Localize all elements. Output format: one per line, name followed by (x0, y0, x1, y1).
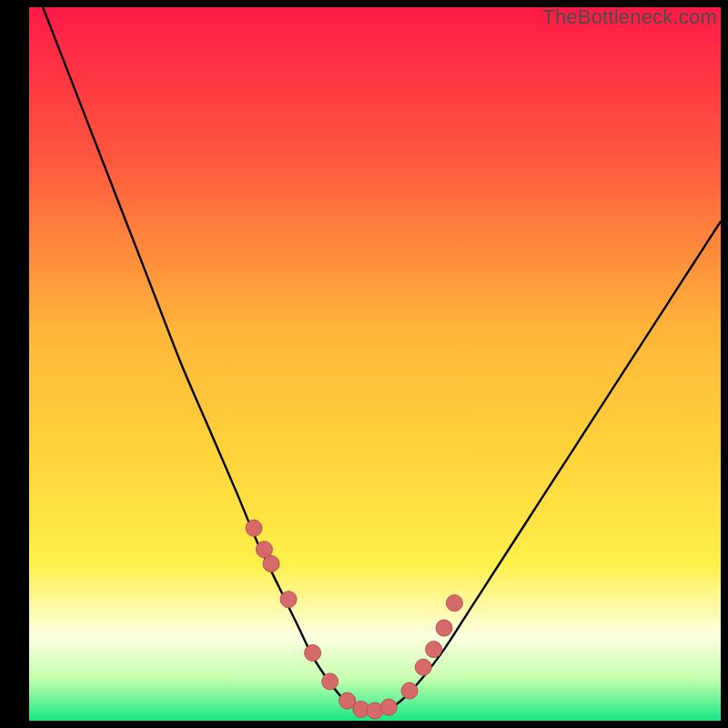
marker-dot (380, 699, 397, 715)
marker-dot (246, 520, 262, 536)
marker-dot (415, 659, 431, 675)
chart-svg (29, 7, 721, 721)
watermark-text: TheBottleneck.com (542, 5, 717, 29)
marker-dot (280, 592, 297, 608)
marker-dot (426, 642, 442, 658)
marker-dot (263, 556, 279, 572)
gradient-background (29, 7, 721, 721)
chart-frame (29, 7, 721, 721)
marker-dot (436, 620, 452, 636)
marker-dot (305, 645, 321, 662)
marker-dot (401, 682, 418, 699)
marker-dot (446, 595, 462, 612)
marker-dot (322, 673, 339, 690)
